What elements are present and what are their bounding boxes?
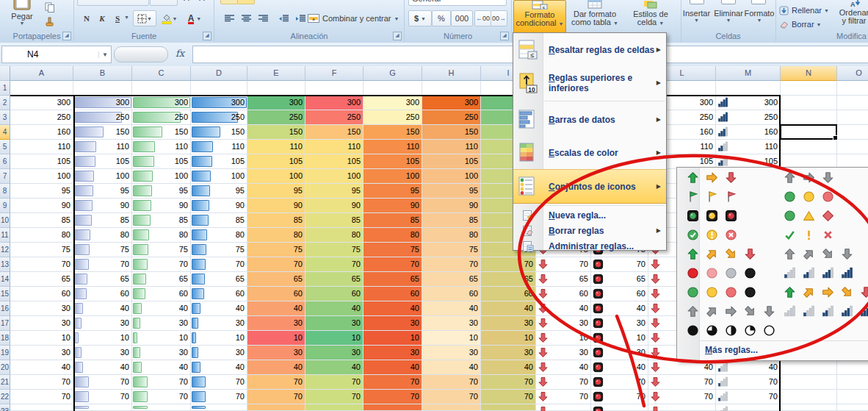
- row-header-20[interactable]: 20: [0, 360, 10, 375]
- icon-set-left[interactable]: [683, 282, 759, 301]
- paste-button[interactable]: Pegar ▼: [6, 0, 38, 29]
- thousands-button[interactable]: 000: [451, 10, 473, 26]
- cell-A16[interactable]: 30: [10, 301, 73, 316]
- cell-A13[interactable]: 70: [10, 257, 73, 272]
- cell-H9[interactable]: 90: [422, 199, 481, 213]
- cell-M23[interactable]: [716, 404, 781, 411]
- cell-A2[interactable]: 300: [10, 96, 73, 110]
- cell-E6[interactable]: 105: [247, 154, 305, 169]
- cell-C6[interactable]: 105: [132, 154, 191, 169]
- cell-F20[interactable]: 40: [305, 360, 364, 375]
- cell-E13[interactable]: 70: [247, 257, 305, 272]
- cell-C21[interactable]: 70: [132, 375, 191, 390]
- cell-O23[interactable]: [837, 404, 868, 411]
- cell-H16[interactable]: 40: [422, 301, 481, 316]
- cell-F12[interactable]: 75: [305, 243, 364, 257]
- cell-J22[interactable]: 70: [536, 390, 591, 404]
- cell-D15[interactable]: 60: [191, 287, 247, 301]
- cell-F17[interactable]: 30: [305, 316, 364, 331]
- cell-F10[interactable]: 85: [305, 213, 364, 228]
- cell-J18[interactable]: 10: [536, 331, 591, 346]
- cell-D11[interactable]: 80: [191, 228, 247, 243]
- cell-F11[interactable]: 80: [305, 228, 364, 243]
- cell-C19[interactable]: 30: [132, 346, 191, 360]
- cell-M22[interactable]: 70: [716, 390, 781, 404]
- cell-O5[interactable]: [837, 140, 868, 154]
- cell-C3[interactable]: 250: [132, 110, 191, 125]
- icon-set-left[interactable]: [683, 244, 759, 263]
- cell-C10[interactable]: 85: [132, 213, 191, 228]
- cell-K19[interactable]: 30: [591, 346, 648, 360]
- cell-B23[interactable]: [73, 404, 132, 411]
- cell-D20[interactable]: 40: [191, 360, 247, 375]
- cell-D22[interactable]: 70: [191, 390, 247, 404]
- clipboard-dialog-launcher[interactable]: ◢: [62, 32, 71, 40]
- cell-L22[interactable]: 70: [648, 390, 716, 404]
- menu-item-administrar-reglas[interactable]: Administrar reglas...: [513, 238, 666, 254]
- insert-button[interactable]: Insertar▼: [681, 9, 712, 23]
- cell-O22[interactable]: [837, 390, 868, 404]
- cell-C12[interactable]: 75: [132, 243, 191, 257]
- cell-G7[interactable]: 100: [364, 169, 422, 184]
- row-header-3[interactable]: 3: [0, 110, 10, 125]
- cell-E15[interactable]: 60: [247, 287, 305, 301]
- font-name-combo[interactable]: [77, 0, 149, 6]
- cell-I22[interactable]: 70: [481, 390, 536, 404]
- number-format-combo[interactable]: General: [408, 0, 507, 6]
- currency-button[interactable]: $▼: [408, 10, 432, 26]
- cell-F16[interactable]: 40: [305, 301, 364, 316]
- cell-C20[interactable]: 40: [132, 360, 191, 375]
- column-header-B[interactable]: B: [73, 66, 132, 81]
- cell-M5[interactable]: 110: [716, 140, 781, 154]
- cell-B12[interactable]: 75: [73, 243, 132, 257]
- copy-button[interactable]: [41, 0, 59, 15]
- cell-H12[interactable]: 75: [422, 243, 481, 257]
- border-button[interactable]: ▼: [133, 10, 156, 26]
- align-middle-button[interactable]: [237, 0, 255, 4]
- cell-F2[interactable]: 300: [305, 96, 364, 110]
- increase-decimal-button[interactable]: ←00: [474, 10, 491, 26]
- menu-item-reglas-superiores-e-inferiores[interactable]: 10Reglas superiores e inferiores▶: [513, 66, 666, 99]
- fill-button[interactable]: Rellenar▼: [778, 3, 836, 18]
- icon-set-right[interactable]: [780, 187, 837, 206]
- cell-G20[interactable]: 40: [364, 360, 422, 375]
- cell-A19[interactable]: 30: [10, 346, 73, 360]
- row-header-13[interactable]: 13: [0, 257, 10, 272]
- cell-E16[interactable]: 40: [247, 301, 305, 316]
- cell-A1[interactable]: [10, 81, 73, 96]
- cell-N3[interactable]: [781, 110, 837, 125]
- cell-F23[interactable]: [305, 404, 364, 411]
- menu-item-escalas-de-color[interactable]: Escalas de color▶: [513, 136, 666, 169]
- menu-item-conjuntos-de-iconos[interactable]: Conjuntos de iconos▶: [513, 169, 666, 204]
- cell-D9[interactable]: 90: [191, 199, 247, 213]
- decrease-decimal-button[interactable]: 00→: [491, 10, 507, 26]
- row-header-21[interactable]: 21: [0, 375, 10, 390]
- cell-G14[interactable]: 65: [364, 272, 422, 287]
- cell-G2[interactable]: 300: [364, 96, 422, 110]
- cell-I19[interactable]: 30: [481, 346, 536, 360]
- cell-F1[interactable]: [305, 81, 364, 96]
- cell-A6[interactable]: 105: [10, 154, 73, 169]
- icon-set-right[interactable]: [780, 244, 856, 263]
- number-dialog-launcher[interactable]: ◢: [500, 32, 509, 40]
- cell-H19[interactable]: 30: [422, 346, 481, 360]
- underline-button[interactable]: S: [109, 10, 126, 26]
- cell-E4[interactable]: 150: [247, 125, 305, 140]
- cell-F14[interactable]: 65: [305, 272, 364, 287]
- cell-M2[interactable]: 300: [716, 96, 781, 110]
- cell-K22[interactable]: 70: [591, 390, 648, 404]
- cell-H5[interactable]: 110: [422, 140, 481, 154]
- percent-button[interactable]: %: [432, 10, 451, 26]
- cell-E1[interactable]: [247, 81, 305, 96]
- cell-F4[interactable]: 150: [305, 125, 364, 140]
- cell-K13[interactable]: 70: [591, 257, 648, 272]
- cell-G21[interactable]: 70: [364, 375, 422, 390]
- cell-F15[interactable]: 60: [305, 287, 364, 301]
- icon-set-right[interactable]: [780, 263, 856, 282]
- cell-K14[interactable]: 65: [591, 272, 648, 287]
- column-header-G[interactable]: G: [364, 66, 422, 81]
- cell-F22[interactable]: 70: [305, 390, 364, 404]
- icon-set-left[interactable]: [683, 301, 778, 321]
- cell-C23[interactable]: [132, 404, 191, 411]
- cell-B7[interactable]: 100: [73, 169, 132, 184]
